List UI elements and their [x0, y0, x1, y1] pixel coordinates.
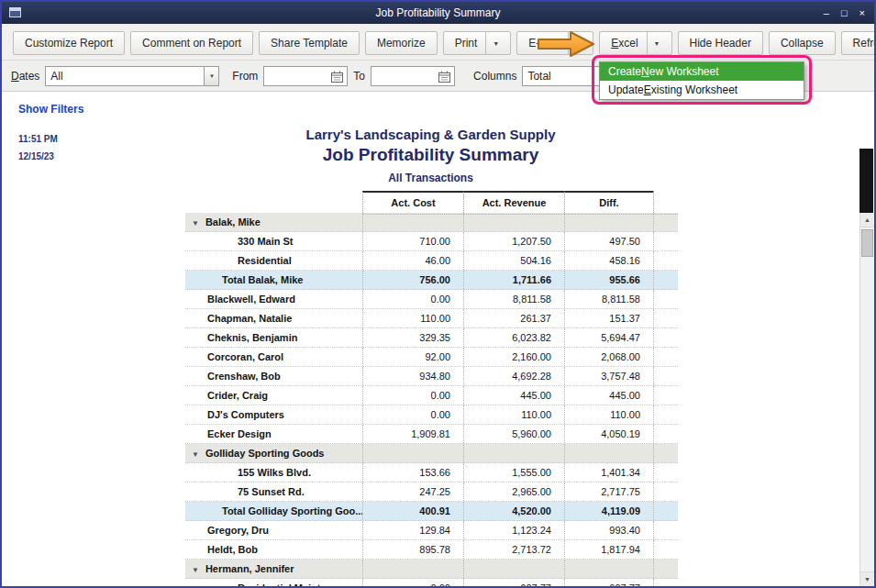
vertical-scrollbar[interactable]: ▲ ▼ [859, 213, 874, 586]
dates-caret-down-icon[interactable]: ▼ [204, 67, 218, 85]
table-row[interactable]: Total Golliday Sporting Goo...400.914,52… [185, 502, 678, 521]
from-date-input[interactable] [263, 66, 348, 86]
show-filters-link[interactable]: Show Filters [18, 103, 83, 116]
collapse-triangle-icon[interactable]: ▼ [192, 450, 199, 459]
cell-diff: 151.37 [564, 309, 653, 327]
customize-report-button[interactable]: Customize Report [13, 31, 125, 55]
email-label: E-mail [528, 37, 560, 50]
cell-act-revenue: 1,123.24 [463, 521, 564, 539]
cell-tail [653, 328, 678, 347]
dates-dropdown[interactable]: All ▼ [45, 66, 219, 86]
row-label: Total Golliday Sporting Goo... [185, 502, 362, 520]
table-row[interactable]: Residential Maintenance0.00607.77607.77 [185, 579, 678, 586]
close-button-icon[interactable]: × [859, 8, 865, 18]
table-row[interactable]: Total Balak, Mike756.001,711.66955.66 [185, 271, 678, 290]
memorize-label: Memorize [377, 37, 426, 50]
cell-act-revenue: 6,023.82 [463, 328, 564, 347]
table-row[interactable]: Crider, Craig0.00445.00445.00 [185, 386, 678, 405]
table-row[interactable]: DJ's Computers0.00110.00110.00 [185, 405, 678, 425]
collapse-triangle-icon[interactable]: ▼ [192, 566, 199, 574]
cell-diff: 955.66 [564, 271, 653, 289]
table-row[interactable]: Corcoran, Carol92.002,160.002,068.00 [185, 348, 678, 367]
cell-act-cost: 0.00 [362, 290, 463, 308]
table-row[interactable]: 330 Main St710.001,207.50497.50 [185, 232, 678, 251]
menu-item-create-new-worksheet[interactable]: Create New Worksheet [600, 62, 804, 81]
collapse-label: Collapse [781, 37, 824, 50]
cell-tail [653, 309, 678, 327]
header-tail [653, 191, 678, 215]
refresh-button[interactable]: Refresh [841, 31, 876, 55]
cell-tail [653, 213, 678, 231]
excel-label: Excel [611, 37, 638, 50]
cell-tail [653, 540, 678, 559]
print-label: Print [455, 37, 478, 50]
table-row[interactable]: ▼Balak, Mike [185, 213, 678, 232]
share-template-button[interactable]: Share Template [259, 31, 360, 55]
cell-tail [653, 290, 678, 308]
cell-diff [564, 444, 653, 462]
table-row[interactable]: Blackwell, Edward0.008,811.588,811.58 [185, 290, 678, 309]
scrollbar-thumb[interactable] [861, 229, 873, 257]
cell-act-revenue: 1,711.66 [463, 271, 564, 289]
cell-diff: 3,757.48 [564, 367, 653, 385]
excel-dropdown-menu: Create New Worksheet Update Existing Wor… [599, 61, 804, 100]
excel-caret-down-icon[interactable]: ▼ [647, 32, 660, 54]
from-calendar-icon[interactable] [330, 70, 344, 83]
cell-act-cost: 895.78 [362, 540, 463, 559]
print-button[interactable]: Print▼ [443, 31, 512, 55]
report-table-rows: ▼Balak, Mike330 Main St710.001,207.50497… [185, 213, 678, 586]
cell-act-cost: 0.00 [362, 405, 463, 424]
row-label: Crider, Craig [185, 386, 362, 405]
report-content: Show Filters 11:51 PM 12/15/23 Larry's L… [2, 92, 874, 586]
cell-tail [653, 348, 678, 366]
table-row[interactable]: ▼Hermann, Jennifer [185, 560, 678, 579]
header-diff: Diff. [564, 191, 653, 215]
menu-item-update-existing-worksheet[interactable]: Update Existing Worksheet [600, 81, 804, 99]
memorize-button[interactable]: Memorize [365, 31, 438, 55]
cell-tail [653, 483, 678, 501]
table-row[interactable]: ▼Golliday Sporting Goods [185, 444, 678, 463]
table-row[interactable]: Crenshaw, Bob934.804,692.283,757.48 [185, 367, 678, 386]
collapse-triangle-icon[interactable]: ▼ [192, 219, 199, 227]
excel-button[interactable]: Excel▼ [599, 31, 671, 55]
hide-header-button[interactable]: Hide Header [678, 31, 763, 55]
cell-act-revenue: 2,713.72 [463, 540, 564, 559]
cell-tail [653, 579, 678, 586]
email-button[interactable]: E-mail▼ [516, 31, 593, 55]
cell-act-cost: 153.66 [362, 463, 463, 482]
cell-act-cost: 92.00 [362, 348, 463, 366]
table-row[interactable]: Cheknis, Benjamin329.356,023.825,694.47 [185, 328, 678, 348]
cell-tail [653, 463, 678, 482]
cell-tail [653, 232, 678, 250]
cell-tail [653, 367, 678, 385]
comment-on-report-button[interactable]: Comment on Report [130, 31, 253, 55]
table-row[interactable]: Residential46.00504.16458.16 [185, 251, 678, 271]
scroll-up-arrow-icon[interactable]: ▲ [860, 213, 874, 227]
collapse-button[interactable]: Collapse [769, 31, 836, 55]
report-subtitle: All Transactions [2, 172, 859, 184]
window-controls: – □ × [824, 2, 865, 24]
maximize-button-icon[interactable]: □ [841, 8, 848, 18]
table-row[interactable]: Gregory, Dru129.841,123.24993.40 [185, 521, 678, 540]
table-row[interactable]: Heldt, Bob895.782,713.721,817.94 [185, 540, 678, 560]
scroll-down-arrow-icon[interactable]: ▼ [860, 571, 874, 586]
cell-act-revenue: 8,811.58 [463, 290, 564, 308]
print-caret-down-icon[interactable]: ▼ [485, 32, 499, 54]
cell-act-revenue: 4,692.28 [463, 367, 564, 385]
table-row[interactable]: Ecker Design1,909.815,960.004,050.19 [185, 425, 678, 444]
to-date-input[interactable] [371, 66, 455, 86]
cell-act-cost: 934.80 [362, 367, 463, 385]
table-row[interactable]: 75 Sunset Rd.247.252,965.002,717.75 [185, 483, 678, 502]
to-calendar-icon[interactable] [438, 70, 451, 83]
table-row[interactable]: 155 Wilks Blvd.153.661,555.001,401.34 [185, 463, 678, 483]
minimize-button-icon[interactable]: – [824, 8, 829, 18]
comment-on-report-label: Comment on Report [142, 37, 241, 50]
cell-act-revenue: 4,520.00 [463, 502, 564, 520]
row-label: ▼Hermann, Jennifer [185, 560, 362, 578]
table-row[interactable]: Chapman, Natalie110.00261.37151.37 [185, 309, 678, 328]
email-caret-down-icon[interactable]: ▼ [568, 32, 582, 54]
cell-act-revenue [463, 213, 564, 231]
cell-act-revenue: 1,207.50 [463, 232, 564, 250]
cell-diff: 2,068.00 [564, 348, 653, 366]
row-label: Residential Maintenance [185, 579, 362, 586]
